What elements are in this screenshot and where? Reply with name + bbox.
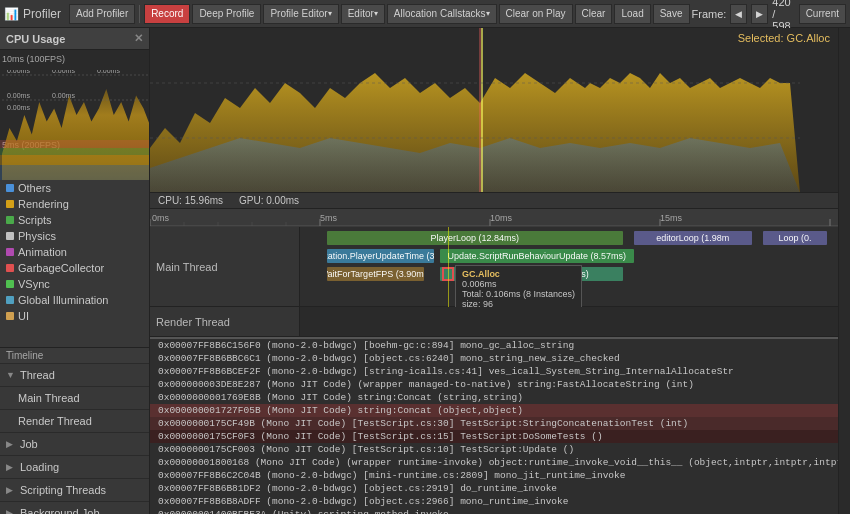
rendering-dot: [6, 200, 14, 208]
gc-label: GarbageCollector: [18, 262, 104, 274]
player-update-bar[interactable]: alization.PlayerUpdateTime (3.92: [327, 249, 435, 263]
window-icon: 📊: [4, 7, 19, 21]
clear-on-play-button[interactable]: Clear on Play: [499, 4, 573, 24]
vsync-label: VSync: [18, 278, 50, 290]
top-bar: 📊 Profiler Add Profiler Record Deep Prof…: [0, 0, 850, 28]
svg-text:0.00ms: 0.00ms: [7, 92, 30, 99]
sidebar-item-scripts[interactable]: Scripts: [0, 212, 149, 228]
sidebar: CPU Usage ✕ 10ms (100FPS) 5ms (200FPS): [0, 28, 150, 514]
callstack-line-12[interactable]: 0x00007FF8B6B8ADFF (mono-2.0-bdwgc) [obj…: [150, 495, 838, 508]
thread-item-thread[interactable]: ▼ Thread: [0, 364, 149, 387]
loop0-bar[interactable]: Loop (0.: [763, 231, 828, 245]
ruler-svg: [150, 209, 838, 227]
scripting-label: Scripting Threads: [20, 484, 106, 496]
callstack-line-1[interactable]: 0x00007FF8B6BBC6C1 (mono-2.0-bdwgc) [obj…: [150, 352, 838, 365]
callstack-line-13[interactable]: 0x00000001400BFBE3A (Unity) scripting_me…: [150, 508, 838, 514]
separator-1: [139, 5, 140, 23]
frame-next-button[interactable]: ▶: [751, 4, 768, 24]
thread-item-main[interactable]: Main Thread: [0, 387, 149, 410]
svg-rect-2: [0, 148, 149, 155]
main-thread-content[interactable]: PlayerLoop (12.84ms) editorLoop (1.98m L…: [300, 227, 838, 307]
cpu-gpu-bar: CPU: 15.96ms GPU: 0.00ms: [150, 193, 838, 209]
callstack-line-6[interactable]: 0x0000000175CF49B (Mono JIT Code) [TestS…: [150, 417, 838, 430]
cpu-usage: CPU: 15.96ms: [158, 195, 223, 206]
rendering-label: Rendering: [18, 198, 69, 210]
thread-label-thread: Thread: [20, 369, 55, 381]
fps-100-label: 10ms (100FPS): [2, 54, 65, 64]
callstack-line-5[interactable]: 0x000000001727F05B (Mono JIT Code) strin…: [150, 404, 838, 417]
frame-area: Frame: ◀ ▶ 420 / 598 Current: [692, 0, 847, 32]
scrollbar-right[interactable]: [838, 28, 850, 514]
sidebar-item-physics[interactable]: Physics: [0, 228, 149, 244]
main-thread-text: Main Thread: [156, 261, 218, 273]
profiler-graph[interactable]: Selected: GC.Alloc: [150, 28, 838, 193]
save-button[interactable]: Save: [653, 4, 690, 24]
clear-button[interactable]: Clear: [575, 4, 613, 24]
timeline-label: Timeline: [6, 350, 43, 361]
callstack-line-10[interactable]: 0x00007FF8B6C2C04B (mono-2.0-bdwgc) [min…: [150, 469, 838, 482]
callstack-line-11[interactable]: 0x00007FF8B6B81DF2 (mono-2.0-bdwgc) [obj…: [150, 482, 838, 495]
profiler-svg: [150, 28, 838, 193]
svg-text:0.00ms: 0.00ms: [7, 70, 30, 74]
profile-editor-button[interactable]: Profile Editor: [263, 4, 338, 24]
callstack-line-0[interactable]: 0x00007FF8B6C156F0 (mono-2.0-bdwgc) [boe…: [150, 339, 838, 352]
gc-value: 0.006ms: [462, 279, 575, 289]
gc-title: GC.Alloc: [462, 269, 575, 279]
thread-item-render[interactable]: Render Thread: [0, 410, 149, 433]
gi-label: Global Illumination: [18, 294, 109, 306]
callstack-line-3[interactable]: 0x000000003DE8E287 (Mono JIT Code) (wrap…: [150, 378, 838, 391]
sidebar-close-icon[interactable]: ✕: [134, 32, 143, 45]
svg-text:0.00ms: 0.00ms: [52, 92, 75, 99]
window-title-area: 📊 Profiler: [4, 7, 61, 21]
callstack-line-7[interactable]: 0x0000000175CF0F3 (Mono JIT Code) [TestS…: [150, 430, 838, 443]
sidebar-item-animation[interactable]: Animation: [0, 244, 149, 260]
threads-area: Main Thread PlayerLoop (12.84ms) editorL…: [150, 227, 838, 337]
thread-item-loading[interactable]: ▶ Loading: [0, 456, 149, 479]
wait-target-fps-bar[interactable]: WaitForTargetFPS (3.90ms): [327, 267, 424, 281]
sidebar-item-gc[interactable]: GarbageCollector: [0, 260, 149, 276]
svg-rect-0: [0, 165, 149, 180]
script-run-bar[interactable]: Update.ScriptRunBehaviourUpdate (8.57ms): [440, 249, 634, 263]
allocation-callstacks-button[interactable]: Allocation Callstacks: [387, 4, 497, 24]
gi-dot: [6, 296, 14, 304]
playerloop-bar[interactable]: PlayerLoop (12.84ms): [327, 231, 623, 245]
gc-info-box: GC.Alloc 0.006ms Total: 0.106ms (8 Insta…: [455, 265, 582, 307]
editorloop-bar[interactable]: editorLoop (1.98m: [634, 231, 752, 245]
frame-prev-button[interactable]: ◀: [730, 4, 747, 24]
callstack-line-2[interactable]: 0x00007FF8B6BCEF2F (mono-2.0-bdwgc) [str…: [150, 365, 838, 378]
editor-button[interactable]: Editor: [341, 4, 385, 24]
animation-dot: [6, 248, 14, 256]
profiler-graph-wrapper: Selected: GC.Alloc: [150, 28, 838, 514]
render-thread-text: Render Thread: [156, 316, 230, 328]
load-button[interactable]: Load: [614, 4, 650, 24]
callstack-line-4[interactable]: 0x0000000001769E8B (Mono JIT Code) strin…: [150, 391, 838, 404]
callstack-area[interactable]: 0x00007FF8B6C156F0 (mono-2.0-bdwgc) [boe…: [150, 337, 838, 514]
thread-item-job[interactable]: ▶ Job: [0, 433, 149, 456]
job-expand-icon: ▶: [6, 439, 16, 449]
sidebar-item-others[interactable]: Others: [0, 180, 149, 196]
window-title: Profiler: [23, 7, 61, 21]
sidebar-title: CPU Usage: [6, 33, 65, 45]
others-dot: [6, 184, 14, 192]
thread-item-bgjob[interactable]: ▶ Background Job: [0, 502, 149, 515]
loading-expand-icon: ▶: [6, 462, 16, 472]
sidebar-item-ui[interactable]: UI: [0, 308, 149, 324]
svg-text:0.00ms: 0.00ms: [52, 70, 75, 74]
sidebar-item-rendering[interactable]: Rendering: [0, 196, 149, 212]
thread-item-scripting[interactable]: ▶ Scripting Threads: [0, 479, 149, 502]
ui-dot: [6, 312, 14, 320]
animation-label: Animation: [18, 246, 67, 258]
record-button[interactable]: Record: [144, 4, 190, 24]
deep-profile-button[interactable]: Deep Profile: [192, 4, 261, 24]
callstack-line-8[interactable]: 0x0000000175CF003 (Mono JIT Code) [TestS…: [150, 443, 838, 456]
render-thread-label-cell: Render Thread: [150, 307, 300, 336]
current-button[interactable]: Current: [799, 4, 846, 24]
job-label: Job: [20, 438, 38, 450]
add-profiler-button[interactable]: Add Profiler: [69, 4, 135, 24]
callstack-line-9[interactable]: 0x00000001800168 (Mono JIT Code) (wrappe…: [150, 456, 838, 469]
gc-total: Total: 0.106ms (8 Instances): [462, 289, 575, 299]
sidebar-item-vsync[interactable]: VSync: [0, 276, 149, 292]
sidebar-header: CPU Usage ✕: [0, 28, 149, 50]
sidebar-item-gi[interactable]: Global Illumination: [0, 292, 149, 308]
render-thread-content: [300, 307, 838, 336]
